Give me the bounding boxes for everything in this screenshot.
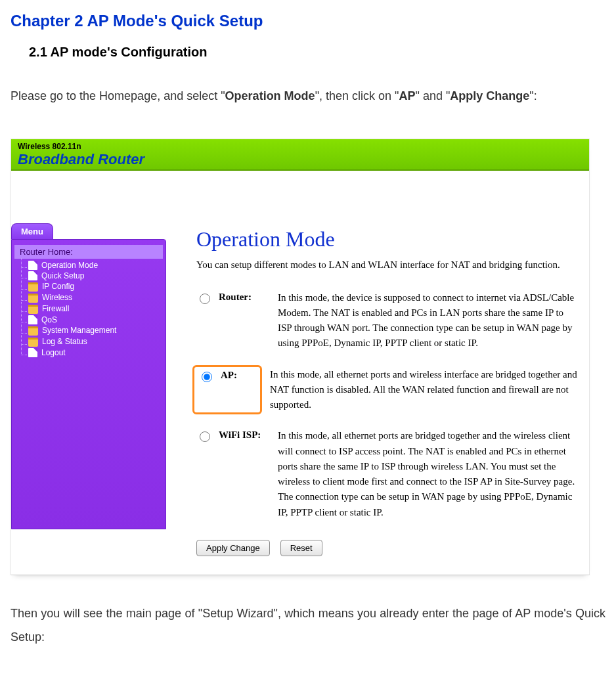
tree-root[interactable]: Router Home: <box>14 245 163 259</box>
sidebar-item-label: Wireless <box>42 293 72 302</box>
radio-ap[interactable] <box>202 372 212 382</box>
folder-icon <box>28 282 38 292</box>
page-icon <box>28 261 37 270</box>
sidebar-item-label: IP Config <box>42 282 74 291</box>
pane-subtitle: You can setup different modes to LAN and… <box>196 259 577 271</box>
sidebar-item-operation-mode[interactable]: Operation Mode <box>12 260 165 271</box>
sidebar-item-label: System Management <box>42 326 116 335</box>
reset-button[interactable]: Reset <box>280 540 322 556</box>
radio-router[interactable] <box>200 294 210 304</box>
menu-tab: Menu <box>11 223 53 239</box>
option-radio-cell-router[interactable]: Router: <box>196 290 278 351</box>
option-row-wisp: WiFi ISP:In this mode, all ethernet port… <box>196 428 577 520</box>
nav-tree: Router Home: Operation ModeQuick SetupIP… <box>11 239 166 529</box>
option-description: In this mode, the device is supposed to … <box>278 290 577 351</box>
option-row-router: Router:In this mode, the device is suppo… <box>196 290 577 351</box>
option-radio-cell-ap[interactable]: AP: <box>192 365 262 415</box>
folder-icon <box>28 326 38 336</box>
radio-wisp[interactable] <box>200 431 210 442</box>
folder-icon <box>28 294 38 303</box>
sidebar-item-logout[interactable]: Logout <box>12 347 165 358</box>
operation-mode-bold: Operation Mode <box>225 89 315 102</box>
option-label: AP: <box>221 370 237 381</box>
banner-line2: Broadband Router <box>18 151 583 168</box>
router-banner: Wireless 802.11n Broadband Router <box>11 139 589 171</box>
option-radio-cell-wisp[interactable]: WiFi ISP: <box>196 428 278 520</box>
sidebar-item-log-status[interactable]: Log & Status <box>12 336 165 347</box>
sidebar-item-label: Log & Status <box>42 337 87 346</box>
sidebar-item-quick-setup[interactable]: Quick Setup <box>12 271 165 281</box>
text: ": <box>529 89 537 102</box>
page-icon <box>28 271 37 280</box>
sidebar-item-label: Firewall <box>42 304 69 313</box>
banner-line1: Wireless 802.11n <box>18 142 583 151</box>
sidebar-item-wireless[interactable]: Wireless <box>12 292 165 303</box>
page-icon <box>28 348 37 357</box>
sidebar-item-qos[interactable]: QoS <box>12 315 165 325</box>
page-icon <box>28 315 37 324</box>
apply-change-bold: Apply Change <box>450 89 529 102</box>
sidebar-item-label: Logout <box>41 348 66 357</box>
folder-icon <box>28 305 38 314</box>
sidebar-item-label: Quick Setup <box>41 271 84 280</box>
folder-icon <box>28 338 38 347</box>
section-title: 2.1 AP mode's Configuration <box>29 45 605 60</box>
sidebar-item-label: Operation Mode <box>41 261 98 270</box>
text: ", then click on " <box>315 89 399 102</box>
option-description: In this mode, all ethernet ports and wir… <box>270 367 577 413</box>
chapter-title: Chapter 2 AP Mode's Quick Setup <box>11 12 605 30</box>
option-description: In this mode, all ethernet ports are bri… <box>278 428 577 520</box>
sidebar-item-label: QoS <box>41 315 57 324</box>
outro-paragraph: Then you will see the main page of "Setu… <box>11 602 605 649</box>
text: " and " <box>415 89 450 102</box>
intro-paragraph: Please go to the Homepage, and select "O… <box>11 83 605 110</box>
option-label: Router: <box>219 292 252 303</box>
banner-gap <box>11 171 589 223</box>
ap-bold: AP <box>399 89 415 102</box>
text: Please go to the Homepage, and select " <box>11 89 225 102</box>
sidebar-item-firewall[interactable]: Firewall <box>12 303 165 315</box>
sidebar: Menu Router Home: Operation ModeQuick Se… <box>11 223 166 575</box>
router-screenshot: Wireless 802.11n Broadband Router Menu R… <box>11 139 590 575</box>
option-row-ap: AP:In this mode, all ethernet ports and … <box>196 367 577 413</box>
option-label: WiFi ISP: <box>219 429 261 441</box>
sidebar-item-system-management[interactable]: System Management <box>12 325 165 336</box>
content-pane: Operation Mode You can setup different m… <box>166 223 589 575</box>
apply-change-button[interactable]: Apply Change <box>196 540 270 556</box>
pane-title: Operation Mode <box>196 227 577 252</box>
sidebar-item-ip-config[interactable]: IP Config <box>12 281 165 292</box>
